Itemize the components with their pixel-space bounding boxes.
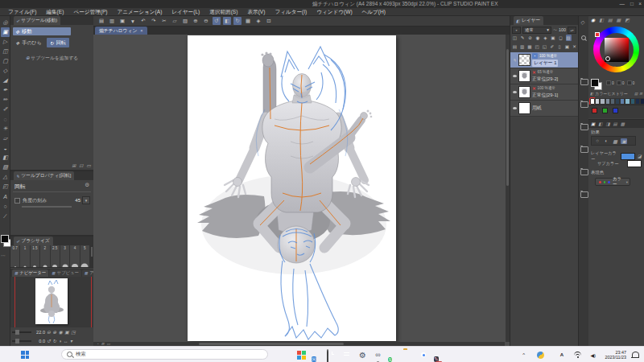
- tray-app-icon[interactable]: [537, 347, 544, 362]
- command-bar-icon[interactable]: ✂: [160, 17, 168, 25]
- layer-action-icon[interactable]: ▯: [557, 43, 563, 50]
- zoom-control-icon[interactable]: ▣: [64, 330, 68, 335]
- tool-button[interactable]: ◰: [1, 182, 10, 191]
- panel-footer-icon[interactable]: ⊞: [72, 162, 76, 168]
- link-app-icon[interactable]: ∞: [373, 350, 383, 360]
- tool-button[interactable]: ▱: [1, 134, 10, 143]
- tool-button[interactable]: ◎: [1, 18, 10, 27]
- layer-option-icon[interactable]: ✎: [520, 35, 526, 41]
- layer-tab[interactable]: ◧レイヤー: [514, 16, 543, 25]
- command-bar-icon[interactable]: ⊡: [265, 17, 273, 25]
- tool-button[interactable]: ▣: [1, 27, 10, 37]
- effect-icon[interactable]: ▩: [612, 138, 618, 144]
- sub-color-swatch[interactable]: [627, 160, 642, 167]
- color-tab-icon[interactable]: ◧: [599, 17, 604, 23]
- layer-option-icon[interactable]: ◉: [535, 35, 541, 41]
- layer-thumbnail[interactable]: [518, 70, 530, 82]
- menu-item[interactable]: ページ管理(P): [68, 8, 112, 16]
- tool-button[interactable]: ✳: [1, 124, 10, 134]
- volume-icon[interactable]: ◀): [590, 347, 596, 362]
- layer-row[interactable]: ✎ ▪100 %通常 レイヤー 1: [510, 52, 579, 68]
- notes-app-icon[interactable]: [342, 350, 353, 360]
- wifi-icon[interactable]: [574, 347, 581, 362]
- tool-button[interactable]: ✒: [1, 85, 10, 95]
- layer-action-icon[interactable]: ▤: [512, 43, 518, 50]
- material-folder-icon[interactable]: [580, 79, 588, 85]
- layer-option-icon[interactable]: ⊘: [527, 35, 533, 41]
- menu-icon[interactable]: ▤: [634, 92, 638, 96]
- settings-app-icon[interactable]: ⚙: [357, 350, 368, 360]
- material-folder-icon[interactable]: [580, 146, 588, 153]
- document-tab-close-icon[interactable]: ×: [140, 28, 142, 33]
- minimize-button[interactable]: —: [620, 1, 625, 6]
- command-bar-icon[interactable]: ▼: [129, 17, 137, 25]
- layer-action-icon[interactable]: ◰: [535, 43, 540, 50]
- tool-button[interactable]: ◧: [1, 153, 10, 162]
- angle-step-checkbox[interactable]: [14, 198, 20, 204]
- tool-button[interactable]: ▢: [1, 56, 10, 66]
- layer-action-icon[interactable]: ✕: [572, 43, 577, 50]
- menu-item[interactable]: 編集(E): [41, 8, 68, 16]
- file-explorer-icon[interactable]: [403, 350, 414, 360]
- brush-size-preset[interactable]: 0.7: [10, 245, 20, 267]
- rotate-control-icon[interactable]: ↺: [47, 339, 51, 343]
- navigator-preview[interactable]: [10, 277, 93, 327]
- layer-property-tab-icon[interactable]: ▣: [591, 121, 595, 126]
- subtool-item[interactable]: ❖手のひら: [12, 38, 45, 47]
- layer-property-tab-icon[interactable]: ◨: [605, 121, 609, 126]
- command-bar-icon[interactable]: ↷: [150, 17, 158, 25]
- layer-thumbnail[interactable]: [518, 102, 530, 114]
- hue-marker[interactable]: [595, 32, 600, 37]
- opacity-stepper[interactable]: ▴▾: [568, 27, 576, 34]
- navigator-tab[interactable]: ▦サブビュー: [49, 269, 81, 277]
- command-bar-icon[interactable]: ⊕: [192, 17, 200, 25]
- layer-option-icon[interactable]: ▣: [551, 35, 556, 41]
- menu-item[interactable]: ウィンドウ(W): [312, 8, 357, 16]
- tool-button[interactable]: ✐: [1, 105, 10, 114]
- panel-footer-icon[interactable]: ⊡: [79, 162, 83, 168]
- transparent-color-icon[interactable]: ﹏: [1, 251, 6, 258]
- rotate-control-icon[interactable]: ▾: [70, 339, 72, 343]
- menu-item[interactable]: ヘルプ(H): [357, 8, 390, 16]
- layer-option-icon[interactable]: ◈: [543, 35, 548, 41]
- canvas-viewport[interactable]: [93, 35, 505, 342]
- panel-footer-icon[interactable]: ▭: [86, 162, 91, 168]
- quick-access-icon[interactable]: ◇: [580, 19, 584, 26]
- command-bar-icon[interactable]: ▥: [108, 17, 116, 25]
- color-tab-icon[interactable]: ◩: [625, 17, 630, 23]
- command-bar-icon[interactable]: ↻: [233, 17, 242, 25]
- command-bar-icon[interactable]: ↶: [139, 17, 147, 25]
- ime-indicator[interactable]: A: [560, 347, 564, 362]
- command-bar-icon[interactable]: ◧: [223, 17, 231, 25]
- material-folder-icon[interactable]: [580, 191, 588, 198]
- tool-button[interactable]: ◢: [1, 76, 10, 85]
- brush-size-preset[interactable]: 4: [70, 245, 80, 267]
- layer-name[interactable]: 正常位[29-2]: [532, 76, 558, 83]
- blend-mode-select[interactable]: 通常▾: [522, 27, 551, 34]
- angle-step-value[interactable]: 45: [75, 198, 80, 203]
- effect-icon[interactable]: ▣: [621, 138, 627, 144]
- rotate-control-icon[interactable]: ◑: [59, 339, 62, 343]
- command-bar-icon[interactable]: ◈: [254, 17, 262, 25]
- layer-action-icon[interactable]: ▦: [527, 43, 533, 50]
- chrome-app-icon[interactable]: [419, 350, 429, 360]
- visibility-toggle[interactable]: [510, 75, 518, 78]
- mail-app-icon[interactable]: ✉: [312, 350, 322, 360]
- tool-button[interactable]: A: [1, 191, 10, 201]
- layer-action-icon[interactable]: ◱: [542, 43, 547, 50]
- tool-property-tab[interactable]: ✎ツールプロパティ[回転]: [14, 171, 74, 180]
- subtool-item[interactable]: ↻回転: [47, 38, 69, 47]
- layer-row[interactable]: ✕65 %通常 正常位[29-2]: [510, 68, 579, 84]
- layer-property-tab-icon[interactable]: ◧: [598, 121, 602, 126]
- material-folder-icon[interactable]: [580, 124, 588, 130]
- tray-chevron[interactable]: ^: [522, 347, 525, 362]
- brush-size-preset[interactable]: 3: [60, 245, 70, 267]
- brush-size-preset[interactable]: 2: [40, 245, 50, 267]
- brush-size-tab[interactable]: ✐ブラシサイズ: [14, 237, 53, 245]
- menu-item[interactable]: ファイル(F): [3, 8, 41, 16]
- apply-color-icon[interactable]: ◪: [638, 154, 642, 158]
- brush-size-preset[interactable]: 1.5: [31, 245, 40, 267]
- command-bar-icon[interactable]: ▦: [244, 17, 252, 25]
- color-set-swatch[interactable]: [613, 108, 618, 113]
- clip-studio-app-icon[interactable]: ✎: [434, 350, 444, 360]
